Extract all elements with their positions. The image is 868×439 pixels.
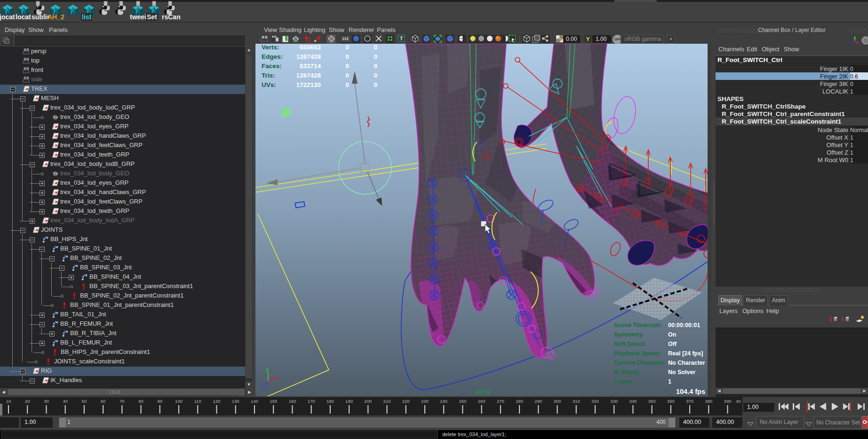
svg-text:0: 0 bbox=[345, 53, 349, 60]
svg-text:0: 0 bbox=[374, 72, 377, 79]
svg-text:Faces:: Faces: bbox=[262, 63, 282, 70]
svg-text:340: 340 bbox=[629, 399, 637, 404]
svg-text:240: 240 bbox=[440, 399, 447, 404]
svg-text:0: 0 bbox=[345, 72, 349, 79]
svg-text:0: 0 bbox=[345, 63, 349, 70]
svg-text:20: 20 bbox=[25, 399, 30, 404]
svg-text:0: 0 bbox=[374, 81, 377, 88]
svg-text:0: 0 bbox=[345, 44, 349, 51]
svg-text:Scene Timecode:: Scene Timecode: bbox=[614, 322, 662, 329]
svg-text:50: 50 bbox=[82, 399, 87, 404]
svg-text:UVs:: UVs: bbox=[262, 81, 276, 88]
svg-text:260: 260 bbox=[478, 399, 486, 404]
svg-text:350: 350 bbox=[648, 399, 656, 404]
svg-text:Symmetry:: Symmetry: bbox=[614, 331, 645, 338]
svg-text:IK Blend:: IK Blend: bbox=[614, 369, 640, 376]
svg-text:Playback Speed:: Playback Speed: bbox=[614, 350, 661, 357]
svg-text:390: 390 bbox=[724, 399, 732, 404]
svg-text:Real [24 fps]: Real [24 fps] bbox=[668, 350, 703, 357]
svg-text:120: 120 bbox=[213, 399, 221, 404]
svg-text:104.4 fps: 104.4 fps bbox=[676, 388, 705, 395]
svg-text:380: 380 bbox=[705, 399, 712, 404]
svg-text:Tris:: Tris: bbox=[262, 72, 275, 79]
svg-text:1: 1 bbox=[668, 378, 671, 385]
svg-text:140: 140 bbox=[251, 399, 258, 404]
svg-text:0: 0 bbox=[374, 53, 377, 60]
svg-text:370: 370 bbox=[686, 399, 693, 404]
svg-text:130: 130 bbox=[232, 399, 239, 404]
svg-text:90: 90 bbox=[158, 399, 163, 404]
svg-text:310: 310 bbox=[573, 399, 580, 404]
svg-text:Soft Select:: Soft Select: bbox=[614, 341, 646, 347]
svg-text:190: 190 bbox=[345, 399, 353, 404]
svg-text:1267428: 1267428 bbox=[296, 72, 321, 79]
svg-text:T: T bbox=[400, 36, 403, 41]
svg-text:200: 200 bbox=[364, 399, 372, 404]
svg-text:270: 270 bbox=[497, 399, 504, 404]
svg-text:150: 150 bbox=[270, 399, 277, 404]
svg-text:persp: persp bbox=[475, 388, 491, 395]
svg-text:Y: Y bbox=[586, 36, 589, 42]
svg-text:30: 30 bbox=[44, 399, 49, 404]
svg-text:40: 40 bbox=[63, 399, 68, 404]
svg-text:Current Character:: Current Character: bbox=[614, 360, 666, 366]
svg-text:y: y bbox=[266, 367, 269, 372]
svg-text:Frame:: Frame: bbox=[614, 378, 634, 385]
svg-text:180: 180 bbox=[326, 399, 334, 404]
svg-text:300: 300 bbox=[554, 399, 561, 404]
svg-text:0: 0 bbox=[374, 63, 377, 70]
svg-text:No Character: No Character bbox=[668, 360, 705, 366]
svg-text:80: 80 bbox=[138, 399, 143, 404]
svg-text:0: 0 bbox=[374, 44, 377, 51]
svg-text:330: 330 bbox=[610, 399, 618, 404]
svg-text:290: 290 bbox=[534, 399, 542, 404]
svg-text:z: z bbox=[262, 384, 265, 390]
svg-text:280: 280 bbox=[516, 399, 523, 404]
svg-text:1722130: 1722130 bbox=[296, 81, 321, 88]
svg-text:160: 160 bbox=[288, 399, 296, 404]
svg-text:00:00:00:01: 00:00:00:01 bbox=[668, 322, 700, 329]
svg-text:40: 40 bbox=[736, 399, 741, 404]
svg-text:Edges:: Edges: bbox=[262, 53, 283, 60]
svg-text:60: 60 bbox=[101, 399, 106, 404]
svg-text:633714: 633714 bbox=[300, 63, 321, 70]
svg-text:10: 10 bbox=[6, 399, 11, 404]
svg-text:110: 110 bbox=[194, 399, 201, 404]
svg-text:No Solver: No Solver bbox=[668, 369, 695, 376]
svg-text:Verts:: Verts: bbox=[262, 44, 279, 51]
svg-text:360: 360 bbox=[667, 399, 675, 404]
svg-text:170: 170 bbox=[308, 399, 315, 404]
svg-text:320: 320 bbox=[591, 399, 599, 404]
svg-text:100: 100 bbox=[175, 399, 183, 404]
svg-text:Off: Off bbox=[668, 341, 677, 347]
svg-text:1267428: 1267428 bbox=[296, 53, 321, 60]
svg-text:0: 0 bbox=[345, 81, 349, 88]
svg-text:70: 70 bbox=[119, 399, 125, 404]
svg-text:210: 210 bbox=[383, 399, 391, 404]
svg-text:On: On bbox=[668, 331, 676, 338]
svg-text:250: 250 bbox=[459, 399, 466, 404]
svg-text:650652: 650652 bbox=[300, 44, 321, 51]
svg-text:x: x bbox=[276, 375, 279, 381]
svg-text:220: 220 bbox=[402, 399, 410, 404]
svg-text:230: 230 bbox=[421, 399, 429, 404]
